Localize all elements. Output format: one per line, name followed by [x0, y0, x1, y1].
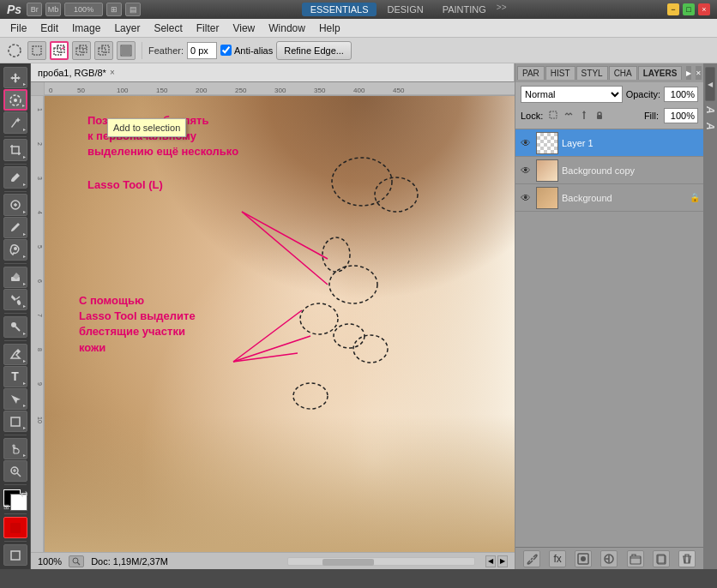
tab-layers[interactable]: LAYERS — [638, 66, 683, 80]
svg-text:7: 7 — [37, 314, 43, 317]
zoom-percent: 100% — [38, 556, 62, 567]
lock-image-icon[interactable] — [563, 110, 574, 123]
doc-tab-close[interactable]: × — [110, 68, 115, 77]
layer-1-visibility[interactable]: 👁 — [519, 136, 533, 150]
intersect-selection-btn[interactable] — [94, 41, 113, 60]
lock-position-icon[interactable] — [579, 110, 589, 123]
zoom-dropdown[interactable]: 100% — [64, 3, 103, 16]
brush-tool[interactable]: ▸ — [3, 217, 27, 238]
close-button[interactable]: × — [698, 3, 710, 15]
lock-all-icon[interactable] — [594, 110, 605, 123]
clone-stamp-tool[interactable]: ▸ — [3, 239, 27, 261]
workspace-design[interactable]: DESIGN — [378, 3, 431, 16]
selection-overlays — [45, 96, 515, 552]
panel-collapse-icon[interactable]: ✕ — [696, 66, 702, 80]
path-select-tool[interactable]: ▸ — [3, 388, 27, 410]
workspace-painting[interactable]: PAINTING — [434, 3, 495, 16]
new-selection-btn[interactable] — [27, 41, 46, 60]
collapse-btn[interactable]: ◀ — [705, 67, 715, 101]
feather-label: Feather: — [148, 45, 184, 56]
menu-layer[interactable]: Layer — [107, 21, 147, 36]
paint-bucket-arrow: ▸ — [23, 303, 26, 309]
opacity-input[interactable] — [664, 87, 698, 102]
reset-colors[interactable]: ⊞ — [3, 503, 9, 511]
delete-layer-btn[interactable] — [678, 550, 696, 567]
paint-bucket-tool[interactable]: ▸ — [3, 289, 27, 310]
svg-text:+: + — [61, 45, 65, 52]
screen-mode-btn[interactable] — [3, 544, 27, 566]
pen-tool[interactable]: ▸ — [3, 344, 27, 365]
crop-tool[interactable]: ▸ — [3, 139, 27, 160]
scroll-arrows[interactable]: ◀ ▶ — [485, 555, 508, 567]
svg-rect-24 — [11, 551, 20, 560]
subtract-selection-btn[interactable]: − — [72, 41, 91, 60]
panel-controls: NormalDissolveMultiplyScreenOverlay Opac… — [515, 82, 703, 129]
fill-input[interactable] — [664, 108, 698, 123]
text-tool[interactable]: T ▸ — [3, 366, 27, 387]
workspace-expand[interactable]: >> — [497, 3, 507, 16]
hand-tool[interactable]: ▸ — [3, 438, 27, 459]
menu-file[interactable]: File — [3, 21, 33, 36]
svg-text:8: 8 — [37, 348, 43, 351]
move-tool[interactable]: ▸ — [3, 67, 27, 88]
tab-hist[interactable]: HIST — [545, 66, 575, 80]
menu-select[interactable]: Select — [147, 21, 189, 36]
antialias-check[interactable] — [220, 45, 232, 56]
tab-styl[interactable]: STYL — [576, 66, 608, 80]
lasso-tool-icon[interactable] — [5, 41, 24, 60]
horizontal-scrollbar[interactable] — [287, 557, 475, 566]
view-icon[interactable]: ▤ — [125, 3, 141, 16]
tab-par[interactable]: PAR — [517, 66, 545, 80]
menu-filter[interactable]: Filter — [190, 21, 226, 36]
lasso-tool[interactable]: ▸ — [3, 89, 27, 111]
main-area: ▸ ▸ ▸ ▸ ▸ ▸ ▸ ▸ — [0, 63, 717, 569]
menu-image[interactable]: Image — [65, 21, 107, 36]
layer-bg-visibility[interactable]: 👁 — [519, 191, 533, 205]
menu-edit[interactable]: Edit — [33, 21, 65, 36]
layer-row-1[interactable]: 👁 Layer 1 — [515, 129, 703, 157]
swap-colors[interactable]: ⇄ — [21, 489, 27, 499]
mb-icon[interactable]: Mb — [45, 3, 61, 16]
panel-menu-icon[interactable]: ▶ — [686, 66, 691, 80]
br-icon[interactable]: Br — [27, 3, 42, 16]
add-to-selection-tooltip: Add to selection — [107, 118, 186, 137]
eyedropper-tool[interactable]: ▸ — [3, 166, 27, 188]
zoom-tool[interactable] — [3, 460, 27, 482]
layer-row-bg-copy[interactable]: 👁 Background copy — [515, 157, 703, 184]
layer-row-bg[interactable]: 👁 Background 🔒 — [515, 184, 703, 212]
link-layers-btn[interactable] — [523, 550, 540, 567]
svg-line-56 — [242, 212, 328, 285]
screen-mode-btn[interactable] — [117, 41, 136, 60]
lock-transparent-icon[interactable] — [548, 110, 558, 123]
add-mask-btn[interactable] — [575, 550, 592, 567]
new-fill-adj-btn[interactable] — [600, 550, 618, 567]
document-tab[interactable]: проба1, RGB/8* × — [31, 63, 515, 82]
svg-text:6: 6 — [37, 279, 43, 283]
shape-tool[interactable]: ▸ — [3, 411, 27, 432]
new-group-btn[interactable] — [627, 550, 644, 567]
dodge-tool[interactable]: ▸ — [3, 316, 27, 338]
arrange-icon[interactable]: ⊞ — [106, 3, 122, 16]
color-swatch[interactable]: ⊞ ⇄ — [3, 489, 27, 511]
add-style-btn[interactable]: fx — [549, 550, 566, 567]
maximize-button[interactable]: □ — [683, 3, 695, 15]
minimize-button[interactable]: − — [667, 3, 679, 15]
menu-view[interactable]: View — [226, 21, 262, 36]
add-selection-btn[interactable]: + Add to selection — [50, 41, 69, 60]
new-layer-btn[interactable] — [653, 550, 670, 567]
menu-window[interactable]: Window — [262, 21, 312, 36]
feather-input[interactable] — [187, 42, 217, 59]
quick-mask-btn[interactable] — [3, 517, 27, 538]
healing-brush-tool[interactable]: ▸ — [3, 194, 27, 215]
blend-mode-select[interactable]: NormalDissolveMultiplyScreenOverlay — [521, 86, 623, 103]
eraser-tool[interactable]: ▸ — [3, 267, 27, 288]
tab-cha[interactable]: CHA — [609, 66, 637, 80]
menu-help[interactable]: Help — [312, 21, 347, 36]
svg-point-16 — [14, 247, 17, 250]
workspace-essentials[interactable]: ESSENTIALS — [302, 3, 377, 16]
zoom-icon[interactable] — [69, 555, 84, 567]
magic-wand-tool[interactable]: ▸ — [3, 111, 27, 133]
layer-bgcopy-visibility[interactable]: 👁 — [519, 164, 533, 177]
refine-edge-button[interactable]: Refine Edge... — [276, 41, 352, 60]
antialias-checkbox[interactable]: Anti-alias — [220, 45, 273, 56]
